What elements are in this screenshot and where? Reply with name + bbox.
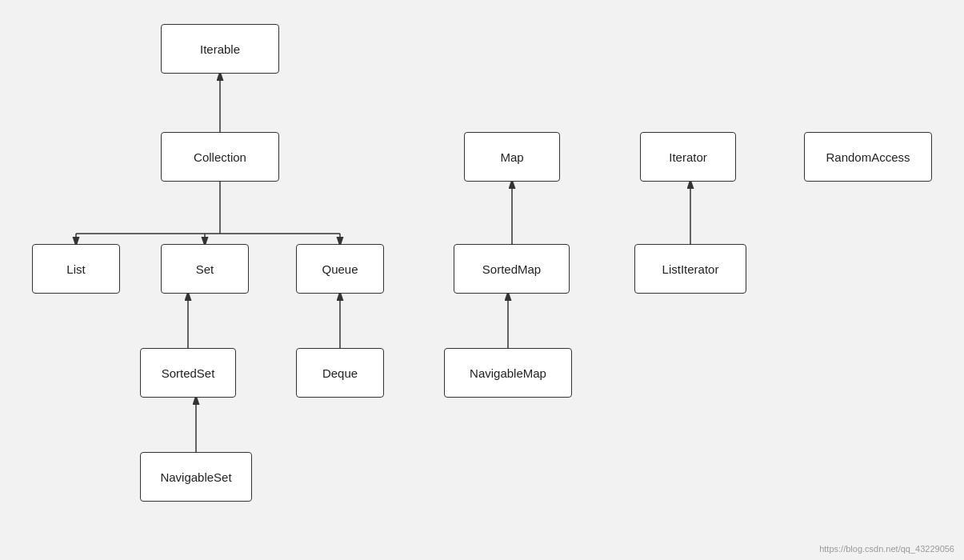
node-iterator: Iterator (640, 132, 736, 182)
node-map-label: Map (500, 150, 523, 164)
node-queue-label: Queue (322, 262, 358, 276)
node-list-label: List (66, 262, 85, 276)
node-sortedmap: SortedMap (454, 244, 570, 294)
node-queue: Queue (296, 244, 384, 294)
watermark: https://blog.csdn.net/qq_43229056 (819, 544, 954, 554)
node-set: Set (161, 244, 249, 294)
node-set-label: Set (196, 262, 214, 276)
node-randomaccess-label: RandomAccess (826, 150, 910, 164)
node-sortedmap-label: SortedMap (482, 262, 541, 276)
node-iterator-label: Iterator (669, 150, 707, 164)
node-map: Map (464, 132, 560, 182)
node-navigablemap: NavigableMap (444, 348, 572, 398)
node-collection: Collection (161, 132, 279, 182)
node-navigableset: NavigableSet (140, 452, 252, 502)
node-sortedset-label: SortedSet (162, 366, 215, 380)
node-deque-label: Deque (322, 366, 358, 380)
node-sortedset: SortedSet (140, 348, 236, 398)
node-iterable-label: Iterable (200, 42, 240, 56)
node-listiterator-label: ListIterator (662, 262, 719, 276)
node-navigablemap-label: NavigableMap (470, 366, 546, 380)
node-list: List (32, 244, 120, 294)
diagram: Iterable Collection List Set Queue Sorte… (0, 0, 964, 560)
node-navigableset-label: NavigableSet (160, 470, 231, 484)
node-listiterator: ListIterator (634, 244, 746, 294)
node-deque: Deque (296, 348, 384, 398)
node-iterable: Iterable (161, 24, 279, 74)
node-randomaccess: RandomAccess (804, 132, 932, 182)
node-collection-label: Collection (194, 150, 246, 164)
